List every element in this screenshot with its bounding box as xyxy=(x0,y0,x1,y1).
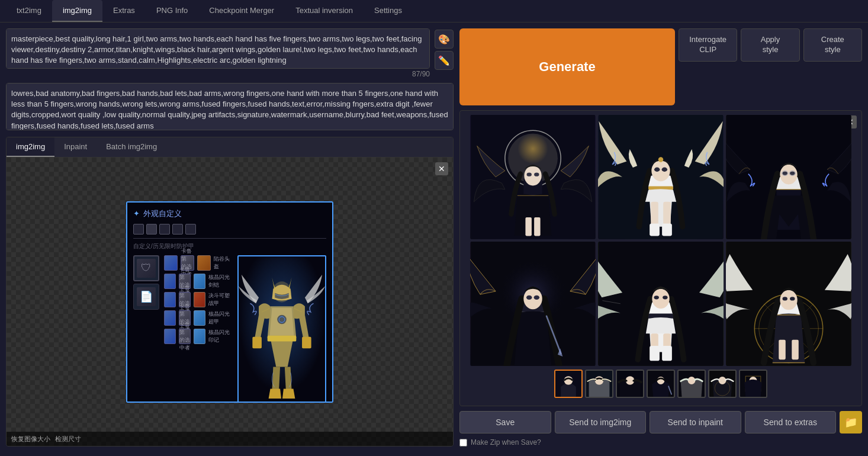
sub-tab-img2img[interactable]: img2img xyxy=(7,137,54,157)
sub-tabs-area: img2img Inpaint Batch img2img ✕ ✦ 外观自定义 xyxy=(6,137,454,447)
output-cell-4 xyxy=(470,242,596,366)
sub-tabs: img2img Inpaint Batch img2img xyxy=(7,137,453,158)
svg-rect-59 xyxy=(779,340,786,360)
detect-size-btn[interactable]: 检测尺寸 xyxy=(55,435,81,444)
thumb-strip xyxy=(551,366,771,402)
svg-rect-2 xyxy=(252,336,262,348)
main-area: masterpiece,best quality,long hair,1 gir… xyxy=(0,23,868,452)
thumb-item-2[interactable] xyxy=(616,370,644,398)
canvas-close-button[interactable]: ✕ xyxy=(435,162,448,175)
svg-rect-60 xyxy=(792,340,799,360)
svg-rect-4 xyxy=(268,335,297,341)
svg-point-38 xyxy=(526,296,532,300)
make-zip-label: Make Zip when Save? xyxy=(471,438,541,447)
svg-point-37 xyxy=(523,288,542,310)
output-cell-3 xyxy=(726,115,851,239)
svg-point-27 xyxy=(654,168,660,172)
thumb-item-4[interactable] xyxy=(677,370,706,398)
svg-point-77 xyxy=(719,377,726,384)
svg-point-48 xyxy=(663,296,667,299)
thumb-item-6[interactable] xyxy=(739,370,767,398)
thumb-item-3[interactable] xyxy=(647,370,675,398)
canvas-wrapper: ✕ ✦ 外观自定义 xyxy=(7,158,453,446)
negative-prompt-container: lowres,bad anatomy,bad fingers,bad hands… xyxy=(6,83,454,132)
save-button[interactable]: Save xyxy=(459,411,551,433)
game-ui-title: ✦ 外观自定义 xyxy=(133,208,326,219)
svg-rect-17 xyxy=(525,217,531,236)
output-cell-2 xyxy=(598,115,724,239)
top-nav: txt2img img2img Extras PNG Info Checkpoi… xyxy=(0,0,868,23)
interrogate-clip-button[interactable]: Interrogate CLIP xyxy=(679,28,737,62)
positive-prompt-row: masterpiece,best quality,long hair,1 gir… xyxy=(6,28,454,78)
positive-prompt-textarea[interactable]: masterpiece,best quality,long hair,1 gir… xyxy=(6,28,430,69)
svg-point-61 xyxy=(780,290,797,310)
folder-button[interactable]: 📁 xyxy=(840,411,862,433)
tab-textual-inversion[interactable]: Textual inversion xyxy=(285,0,364,22)
sub-tab-inpaint[interactable]: Inpaint xyxy=(54,137,97,157)
svg-point-32 xyxy=(790,172,795,175)
svg-rect-24 xyxy=(662,224,672,236)
positive-prompt-counter: 87/90 xyxy=(6,70,430,78)
tab-txt2img[interactable]: txt2img xyxy=(6,0,52,22)
generate-button[interactable]: Generate xyxy=(459,28,675,105)
svg-point-62 xyxy=(783,297,787,300)
right-action-buttons: Interrogate CLIP Apply style Create styl… xyxy=(679,28,862,62)
svg-point-63 xyxy=(790,297,795,300)
svg-rect-18 xyxy=(534,217,540,236)
svg-rect-45 xyxy=(662,346,672,361)
svg-point-16 xyxy=(534,173,539,176)
output-cell-1 xyxy=(470,115,596,239)
thumb-item-1[interactable] xyxy=(585,370,613,398)
positive-prompt-container: masterpiece,best quality,long hair,1 gir… xyxy=(6,28,430,78)
svg-point-31 xyxy=(783,172,787,175)
right-panel: Generate Interrogate CLIP Apply style Cr… xyxy=(459,28,862,447)
send-img2img-button[interactable]: Send to img2img xyxy=(555,411,647,433)
output-cell-5 xyxy=(598,242,724,366)
svg-point-5 xyxy=(277,314,287,324)
svg-point-68 xyxy=(595,376,604,385)
svg-point-26 xyxy=(658,158,663,162)
svg-rect-44 xyxy=(650,346,660,361)
svg-point-1 xyxy=(272,281,291,302)
generate-controls: Generate Interrogate CLIP Apply style Cr… xyxy=(459,28,862,105)
tab-settings[interactable]: Settings xyxy=(364,0,413,22)
output-grid xyxy=(470,115,851,365)
svg-point-15 xyxy=(526,173,531,176)
svg-rect-23 xyxy=(650,224,660,236)
svg-point-39 xyxy=(534,296,539,300)
svg-point-66 xyxy=(564,376,573,385)
canvas-bottom-bar: 恢复图像大小 检测尺寸 xyxy=(7,432,453,446)
tab-extras[interactable]: Extras xyxy=(102,0,146,22)
svg-point-47 xyxy=(654,296,658,299)
apply-style-button[interactable]: Apply style xyxy=(741,28,799,62)
svg-point-25 xyxy=(651,160,670,182)
send-inpaint-button[interactable]: Send to inpaint xyxy=(650,411,741,433)
sub-tab-content: ✕ ✦ 外观自定义 xyxy=(7,158,453,446)
thumb-item-5[interactable] xyxy=(708,370,737,398)
send-extras-button[interactable]: Send to extras xyxy=(745,411,837,433)
negative-prompt-textarea[interactable]: lowres,bad anatomy,bad fingers,bad hands… xyxy=(6,83,454,130)
output-area: ✕ xyxy=(459,110,862,406)
bottom-actions: Save Send to img2img Send to inpaint Sen… xyxy=(459,411,862,433)
action-btn-row: Interrogate CLIP Apply style Create styl… xyxy=(679,28,862,62)
create-style-button[interactable]: Create style xyxy=(803,28,862,62)
palette-icon-btn[interactable]: 🎨 xyxy=(435,30,454,49)
make-zip-checkbox[interactable] xyxy=(459,439,467,447)
restore-size-btn[interactable]: 恢复图像大小 xyxy=(11,435,50,444)
thumb-item-0[interactable] xyxy=(554,370,583,398)
svg-rect-3 xyxy=(302,336,311,348)
tab-checkpoint-merger[interactable]: Checkpoint Merger xyxy=(198,0,285,22)
tab-img2img[interactable]: img2img xyxy=(52,0,102,22)
left-panel: masterpiece,best quality,long hair,1 gir… xyxy=(6,28,454,447)
edit-icon-btn[interactable]: ✏️ xyxy=(435,51,454,70)
svg-point-74 xyxy=(688,377,696,384)
output-cell-6 xyxy=(726,242,851,366)
sub-tab-batch-img2img[interactable]: Batch img2img xyxy=(97,137,166,157)
svg-point-14 xyxy=(524,166,541,186)
make-zip-row: Make Zip when Save? xyxy=(459,438,862,447)
svg-point-28 xyxy=(662,168,667,172)
prompt-icons: 🎨 ✏️ xyxy=(435,28,454,70)
tab-png-info[interactable]: PNG Info xyxy=(146,0,198,22)
svg-point-30 xyxy=(780,165,797,185)
